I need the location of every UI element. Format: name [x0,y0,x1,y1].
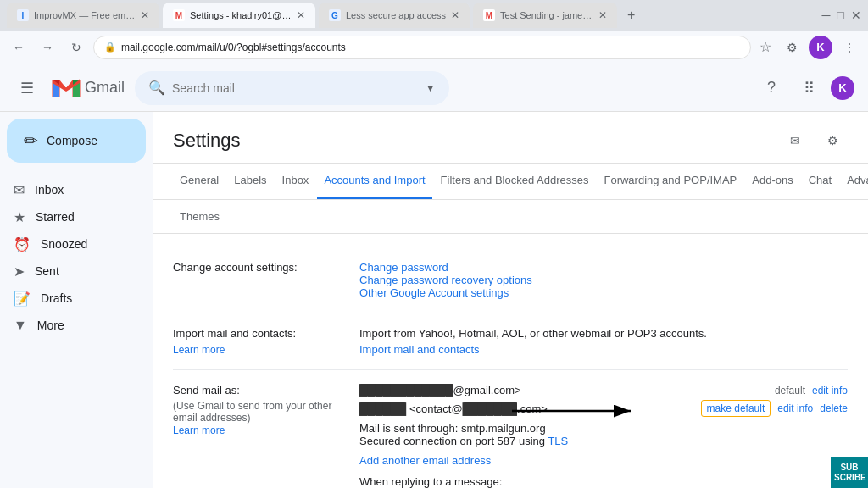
import-title: Import mail and contacts: [173,327,359,340]
make-default-button[interactable]: make default [701,400,771,417]
hamburger-menu-icon[interactable]: ☰ [14,72,41,104]
themes-row: Themes [153,200,868,234]
tab1-close[interactable]: ✕ [141,9,149,21]
email2-domain-redacted: ███████ [463,402,517,415]
browser-tab-4[interactable]: M Test Sending - james.allen9940... ✕ [473,3,617,28]
tab-accounts[interactable]: Accounts and Import [317,164,431,199]
change-recovery-link[interactable]: Change password recovery options [359,274,532,286]
profile-avatar[interactable]: K [809,36,832,59]
address-text: mail.google.com/mail/u/0/?ogbl#settings/… [121,42,346,53]
subscribe-line2: SCRIBE [834,473,865,483]
tab1-title: ImprovMX — Free email forward... [34,10,136,20]
tab3-favicon: G [329,9,341,21]
window-controls: ─ □ ✕ [822,8,861,22]
sidebar-item-label: Inbox [35,183,64,197]
sidebar-item-label: Sent [35,264,59,278]
settings-inbox-icon[interactable]: ✉ [780,125,810,156]
snoozed-icon: ⏰ [14,236,31,252]
mail-sent-through-info: Mail is sent through: smtp.mailgun.org S… [359,422,848,447]
tab2-title: Settings - khadiry01@gmail.com... [190,10,292,20]
browser-tab-1[interactable]: I ImprovMX — Free email forward... ✕ [7,3,159,28]
tab3-close[interactable]: ✕ [451,9,459,21]
sidebar-item-label: Drafts [41,291,72,305]
extensions-button[interactable]: ⚙ [780,36,804,59]
email1-redacted: ████████████ [359,384,453,396]
subscribe-badge[interactable]: SUB SCRIBE [831,458,868,488]
compose-button[interactable]: ✏ Compose [7,119,146,163]
change-account-value: Change password Change password recovery… [359,261,848,299]
refresh-button[interactable]: ↻ [64,36,88,59]
email2-edit-link[interactable]: edit info [777,402,813,414]
sidebar-item-starred[interactable]: ★ Starred [0,203,153,230]
bookmark-button[interactable]: ☆ [756,36,775,58]
user-avatar[interactable]: K [831,76,854,100]
sidebar: ✏ Compose ✉ Inbox ★ Starred ⏰ Snoozed ➤ … [0,112,153,488]
sidebar-item-snoozed[interactable]: ⏰ Snoozed [0,230,153,258]
send-mail-learn-more[interactable]: Learn more [173,424,225,436]
close-window-button[interactable]: ✕ [851,8,861,22]
address-bar[interactable]: 🔒 mail.google.com/mail/u/0/?ogbl#setting… [93,36,751,59]
tab-inbox[interactable]: Inbox [275,164,316,199]
email1-edit-link[interactable]: edit info [812,385,848,396]
sidebar-item-inbox[interactable]: ✉ Inbox [0,176,153,203]
import-value: Import from Yahoo!, Hotmail, AOL, or oth… [359,327,848,356]
email2-delete-link[interactable]: delete [820,402,848,414]
sidebar-item-label: Snoozed [41,237,87,251]
google-account-link[interactable]: Other Google Account settings [359,286,509,299]
forward-button[interactable]: → [36,36,59,59]
import-contacts-link[interactable]: Import mail and contacts [359,343,480,356]
email1-address: ████████████@gmail.com> [359,384,765,396]
new-tab-button[interactable]: + [620,4,642,26]
add-email-link[interactable]: Add another email address [359,454,491,467]
minimize-button[interactable]: ─ [822,8,831,22]
tab4-close[interactable]: ✕ [598,9,607,21]
email1-actions: default edit info [775,385,848,396]
help-button[interactable]: ? [756,73,787,103]
sidebar-item-label: Starred [36,210,75,224]
lock-icon: 🔒 [104,42,116,53]
sidebar-item-more[interactable]: ▼ More [0,312,153,339]
browser-tab-3[interactable]: G Less secure app access ✕ [319,3,470,28]
gmail-body: ✏ Compose ✉ Inbox ★ Starred ⏰ Snoozed ➤ … [0,112,868,488]
tab-addons[interactable]: Add-ons [745,164,799,199]
change-password-link[interactable]: Change password [359,261,448,274]
browser-tab-2[interactable]: M Settings - khadiry01@gmail.com... ✕ [163,3,315,28]
send-mail-subtitle1: (Use Gmail to send from your other [173,400,359,412]
gmail-header: ☰ Gmail 🔍 ▼ ? ⠿ K [0,64,868,112]
tab2-favicon: M [173,9,185,21]
maximize-button[interactable]: □ [837,8,844,22]
tab-themes[interactable]: Themes [173,200,848,233]
mail-sent-through-text: Mail is sent through: smtp.mailgun.org [359,422,848,435]
tab-general[interactable]: General [173,164,225,199]
inbox-icon: ✉ [14,182,25,198]
change-account-title: Change account settings: [173,261,359,274]
tab-advanced[interactable]: Advanced [840,164,868,199]
search-dropdown-icon[interactable]: ▼ [426,82,436,94]
sidebar-item-drafts[interactable]: 📝 Drafts [0,285,153,312]
tls-link[interactable]: TLS [548,435,568,447]
tab-filters[interactable]: Filters and Blocked Addresses [434,164,596,199]
settings-title: Settings [173,130,241,152]
secured-connection-text: Secured connection on port 587 using TLS [359,435,848,447]
tab2-close[interactable]: ✕ [297,9,305,21]
subscribe-line1: SUB [834,463,865,473]
back-button[interactable]: ← [7,36,31,59]
search-input[interactable] [172,81,419,95]
tab-chat[interactable]: Chat [802,164,838,199]
settings-header: Settings ✉ ⚙ [153,112,868,164]
import-description: Import from Yahoo!, Hotmail, AOL, or oth… [359,327,848,340]
sidebar-item-label: More [37,319,64,332]
send-mail-row-2: ██████ <contact@███████.com> [359,400,848,417]
email1-default-badge: default [775,385,805,396]
compose-label: Compose [47,134,97,147]
tab-labels[interactable]: Labels [227,164,273,199]
menu-button[interactable]: ⋮ [837,36,861,59]
tab-forwarding[interactable]: Forwarding and POP/IMAP [597,164,743,199]
apps-button[interactable]: ⠿ [793,73,824,103]
settings-gear-icon[interactable]: ⚙ [817,125,848,156]
main-content: Settings ✉ ⚙ General Labels Inbox Accoun… [153,112,868,488]
search-bar[interactable]: 🔍 ▼ [135,71,449,105]
sidebar-item-sent[interactable]: ➤ Sent [0,258,153,285]
import-learn-more[interactable]: Learn more [173,344,225,356]
gmail-app: ☰ Gmail 🔍 ▼ ? ⠿ K [0,64,868,488]
